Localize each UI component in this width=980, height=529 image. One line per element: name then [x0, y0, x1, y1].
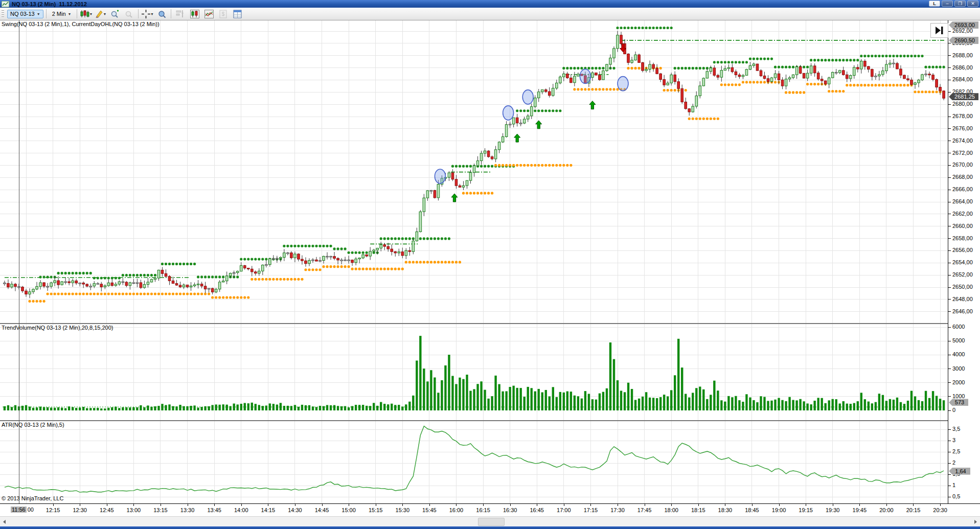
atr-axis-label: 0,5 [952, 493, 960, 499]
scroll-left-button[interactable] [0, 517, 9, 527]
time-axis-label: 16:00 [446, 507, 466, 513]
title-bar[interactable]: NQ 03-13 (2 Min) 11.12.2012 L – ❐ ✕ [0, 0, 980, 8]
chart-type-button[interactable] [202, 9, 215, 19]
axis-tick [948, 31, 951, 32]
data-box-button[interactable] [155, 9, 168, 19]
axis-tick [948, 463, 951, 464]
time-tick [537, 504, 537, 506]
time-axis-label: 16:45 [527, 507, 547, 513]
instrument-selector[interactable]: NQ 03-13 ▼ [7, 10, 43, 18]
price-axis-label: 2666,00 [952, 186, 973, 192]
account-button[interactable]: $ [217, 9, 230, 19]
zoom-out-button[interactable] [123, 9, 135, 19]
scroll-right-button[interactable] [971, 517, 980, 527]
crosshair-button[interactable]: ▼ [141, 9, 154, 19]
window-frame [0, 526, 980, 529]
time-tick [779, 504, 780, 506]
toolbar-separator [77, 9, 77, 18]
toolbar-grip[interactable] [2, 10, 4, 18]
time-axis-label: 17:45 [634, 507, 655, 513]
pencil-icon [95, 10, 103, 18]
chevron-down-icon: ▼ [37, 12, 40, 16]
time-axis-label: 14:15 [258, 507, 278, 513]
play-to-end-icon [936, 27, 944, 34]
time-tick [618, 504, 618, 506]
time-axis-label: 13:30 [177, 507, 198, 513]
toolbar-separator [171, 9, 171, 18]
price-axis-label: 2650,00 [952, 284, 973, 290]
atr-chart-canvas[interactable] [0, 421, 948, 503]
time-tick [322, 504, 323, 506]
axis-tick [948, 327, 951, 328]
price-axis-label: 2658,00 [952, 235, 973, 241]
time-axis-label: 20:15 [903, 507, 923, 513]
interval-selector[interactable]: 2 Min ▼ [49, 10, 75, 18]
window-title: NQ 03-13 (2 Min) 11.12.2012 [12, 1, 87, 7]
volume-axis-label: 5000 [952, 337, 965, 343]
axis-tick [948, 202, 951, 202]
time-axis-label: 18:00 [661, 507, 681, 513]
volume-axis-label: 1000 [952, 393, 965, 399]
time-axis[interactable]: 12:1512:3012:4513:0013:1513:3013:4514:00… [0, 503, 980, 516]
price-tag: 2681,25 [949, 93, 978, 100]
link-button[interactable]: L [929, 1, 940, 7]
zoom-in-button[interactable] [108, 9, 121, 19]
volume-panel[interactable]: TrendVolume(NQ 03-13 (2 Min),20,8,15,200… [0, 324, 948, 420]
price-tag: 2690,50 [949, 37, 978, 44]
price-panel[interactable]: Swing(NQ 03-13 (2 Min),1), CurrentDayOHL… [0, 20, 948, 323]
axis-tick [948, 382, 951, 383]
bar-type-icon [190, 10, 199, 18]
price-tag: 2693,00 [949, 21, 978, 29]
axis-tick [948, 92, 951, 93]
time-tick [833, 504, 833, 506]
time-axis-label: 12:45 [97, 507, 117, 513]
price-axis-label: 2672,00 [952, 150, 973, 156]
axis-tick [948, 214, 951, 214]
drawing-tools-button[interactable]: ▼ [94, 9, 107, 19]
atr-panel[interactable]: ATR(NQ 03-13 (2 Min),5) [0, 421, 948, 503]
volume-tag: 573 [949, 399, 968, 406]
time-axis-label: 14:00 [231, 507, 252, 513]
axis-tick [948, 355, 951, 355]
atr-axis-label: 3,5 [952, 426, 960, 432]
restore-button[interactable]: ❐ [954, 1, 966, 7]
zoom-in-icon [110, 10, 120, 18]
properties-button[interactable] [231, 9, 244, 19]
axis-tick [948, 287, 951, 288]
bar-type-button[interactable] [188, 9, 201, 19]
price-axis[interactable]: 2692,002690,002688,002686,002684,002682,… [948, 20, 980, 503]
time-tick [376, 504, 376, 506]
axis-tick [948, 128, 951, 129]
app-icon [2, 1, 9, 7]
chart-style-button[interactable]: ▼ [80, 9, 93, 19]
price-chart-canvas[interactable] [0, 20, 948, 323]
price-axis-label: 2678,00 [952, 113, 973, 119]
time-tick [698, 504, 699, 506]
axis-tick [948, 190, 951, 190]
chart-trader-button[interactable] [174, 9, 187, 19]
time-axis-label: 16:30 [500, 507, 520, 513]
price-axis-label: 2662,00 [952, 211, 973, 217]
chevron-down-icon: ▼ [68, 12, 72, 16]
toolbar: NQ 03-13 ▼ 2 Min ▼ ▼ ▼ [0, 8, 980, 20]
horizontal-scrollbar[interactable] [0, 516, 980, 526]
axis-tick [948, 104, 951, 105]
time-axis-label: 17:15 [580, 507, 601, 513]
go-to-last-bar-button[interactable] [930, 23, 948, 38]
minimize-button[interactable]: – [942, 1, 953, 7]
chevron-down-icon: ▼ [89, 12, 93, 16]
time-tick [402, 504, 403, 506]
scrollbar-thumb[interactable] [478, 518, 505, 526]
time-tick [456, 504, 457, 506]
time-tick [214, 504, 215, 506]
crosshair-time-tag: 11:5600 [11, 507, 34, 513]
atr-axis-label: 3 [952, 437, 955, 443]
price-axis-label: 2674,00 [952, 137, 973, 144]
toolbar-separator [138, 9, 139, 18]
axis-tick [948, 177, 951, 178]
atr-axis-label: 1 [952, 482, 955, 488]
close-button[interactable]: ✕ [967, 1, 978, 7]
axis-tick [948, 153, 951, 153]
volume-chart-canvas[interactable] [0, 324, 948, 420]
time-axis-label: 12:15 [43, 507, 63, 513]
